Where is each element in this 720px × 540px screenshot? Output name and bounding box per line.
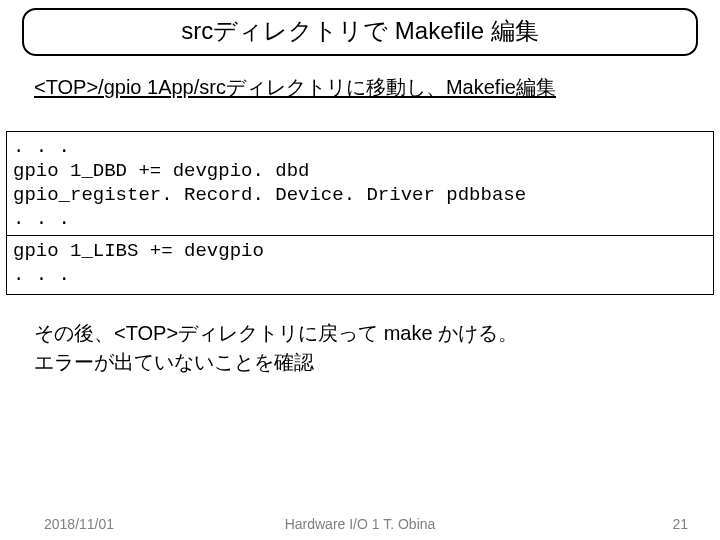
- footer-page-number: 21: [672, 516, 688, 532]
- subtitle: <TOP>/gpio 1App/srcディレクトリに移動し、Makefie編集: [34, 74, 720, 101]
- body-text: その後、<TOP>ディレクトリに戻って make かける。 エラーが出ていないこ…: [34, 319, 720, 377]
- body-line-2: エラーが出ていないことを確認: [34, 348, 720, 377]
- footer-center: Hardware I/O 1 T. Obina: [0, 516, 720, 532]
- code-block-1: . . . gpio 1_DBD += devgpio. dbd gpio_re…: [6, 131, 714, 236]
- body-line-1: その後、<TOP>ディレクトリに戻って make かける。: [34, 319, 720, 348]
- code-block-2: gpio 1_LIBS += devgpio . . .: [6, 236, 714, 295]
- slide-title: srcディレクトリで Makefile 編集: [22, 8, 698, 56]
